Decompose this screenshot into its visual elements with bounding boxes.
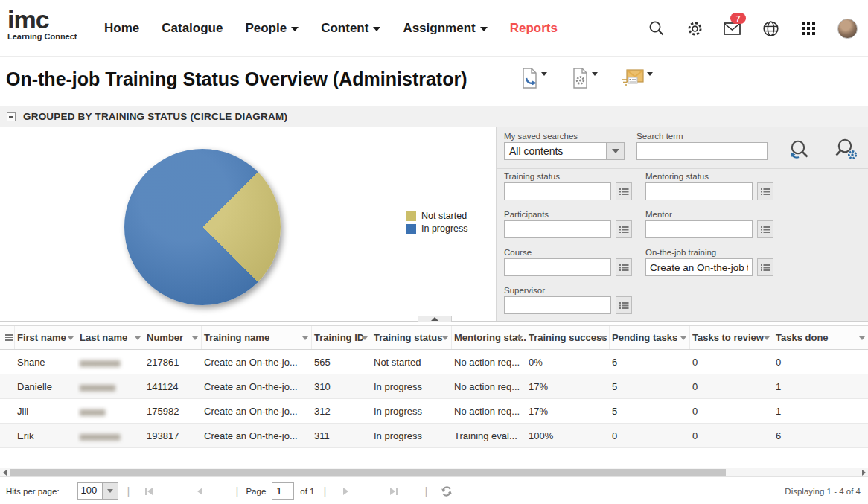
dropdown-button[interactable]: [606, 142, 625, 160]
cell-first-name: Jill: [15, 399, 77, 423]
participants-filter-input[interactable]: [504, 220, 611, 238]
scroll-left-button[interactable]: [0, 468, 9, 476]
mentor-picker-button[interactable]: [757, 220, 773, 238]
table-row[interactable]: Shane ▆▆▆▆▆▆▆▆ 217861 Create an On-the-j…: [0, 350, 868, 374]
page-of-label: of 1: [300, 487, 314, 496]
search-icon[interactable]: [648, 19, 666, 37]
supervisor-filter-input[interactable]: [504, 296, 611, 314]
training-status-pie-chart[interactable]: [124, 149, 281, 305]
mentoring-status-filter-input[interactable]: [645, 182, 753, 200]
scrollbar-thumb[interactable]: [10, 469, 726, 476]
nav-item-people[interactable]: People: [245, 21, 299, 36]
legend-swatch-not-started: [406, 211, 416, 221]
ojt-picker-button[interactable]: [757, 258, 773, 276]
table-row[interactable]: Erik ▆▆▆▆▆▆▆▆ 193817 Create an On-the-jo…: [0, 424, 868, 448]
sort-caret-icon[interactable]: [68, 336, 74, 340]
column-header-first-name[interactable]: First name: [15, 326, 77, 349]
column-header-number[interactable]: Number: [144, 326, 202, 349]
nav-item-home[interactable]: Home: [104, 21, 139, 36]
cell-mentoring-status: No action req...: [452, 350, 526, 374]
column-header-training-name[interactable]: Training name: [202, 326, 312, 349]
sort-caret-icon[interactable]: [302, 336, 308, 340]
send-report-email-icon: [621, 68, 645, 89]
cell-tasks-done: 0: [773, 350, 868, 374]
saved-searches-label: My saved searches: [504, 132, 578, 141]
nav-item-assignment[interactable]: Assignment: [403, 21, 487, 36]
chevron-down-icon: [541, 72, 547, 76]
cell-training-status: In progress: [371, 374, 452, 398]
search-settings-icon[interactable]: [833, 136, 860, 166]
dropdown-button[interactable]: [102, 482, 118, 500]
cell-training-id: 310: [312, 374, 371, 398]
chart-legend: Not started In progress: [406, 211, 468, 236]
column-header-mentoring-status[interactable]: Mentoring stat...: [452, 326, 526, 349]
column-header-pending-tasks[interactable]: Pending tasks: [610, 326, 690, 349]
ojt-filter-input[interactable]: [645, 258, 753, 276]
messages-envelope-icon[interactable]: 7: [724, 19, 741, 37]
sort-caret-icon[interactable]: [859, 336, 865, 340]
first-page-button[interactable]: [144, 485, 156, 497]
participants-picker-button[interactable]: [616, 220, 632, 238]
previous-page-button[interactable]: [194, 485, 206, 497]
imc-logo[interactable]: imc Learning Connect: [7, 7, 77, 41]
user-avatar[interactable]: [837, 19, 858, 39]
collapse-section-icon[interactable]: [7, 112, 16, 121]
sort-caret-icon[interactable]: [680, 336, 686, 340]
app-window: imc Learning Connect Home Catalogue Peop…: [0, 0, 868, 504]
training-status-filter-input[interactable]: [504, 182, 611, 200]
sort-caret-icon[interactable]: [362, 336, 368, 340]
send-report-email-button[interactable]: [621, 68, 653, 89]
table-row[interactable]: Jill ▆▆▆▆▆ 175982 Create an On-the-jo...…: [0, 399, 868, 424]
sort-caret-icon[interactable]: [517, 336, 523, 340]
search-term-input[interactable]: [636, 142, 768, 160]
section-header: GROUPED BY TRAINING STATUS (CIRCLE DIAGR…: [0, 106, 868, 127]
cell-last-name: ▆▆▆▆▆▆▆▆: [77, 424, 144, 447]
splitter-collapse-handle[interactable]: [418, 316, 452, 322]
saved-searches-dropdown[interactable]: All contents: [504, 142, 625, 160]
training-status-picker-button[interactable]: [616, 182, 632, 200]
mentor-filter-input[interactable]: [645, 220, 753, 238]
last-page-button[interactable]: [387, 485, 399, 497]
sort-caret-icon[interactable]: [600, 336, 606, 340]
supervisor-picker-button[interactable]: [616, 296, 632, 314]
scroll-right-button[interactable]: [859, 468, 868, 476]
hamburger-icon: [5, 334, 13, 341]
column-header-training-id[interactable]: Training ID: [312, 326, 371, 349]
settings-gear-icon[interactable]: [686, 19, 703, 37]
column-header-tasks-to-review[interactable]: Tasks to review: [690, 326, 773, 349]
run-search-icon[interactable]: [787, 138, 812, 166]
cell-pending-tasks: 5: [610, 399, 690, 423]
cell-number: 217861: [144, 350, 202, 374]
cell-mentoring-status: No action req...: [452, 374, 526, 398]
sort-caret-icon[interactable]: [764, 336, 770, 340]
column-header-tasks-done[interactable]: Tasks done: [773, 326, 868, 349]
page-number-input[interactable]: [272, 482, 294, 500]
report-settings-button[interactable]: [572, 68, 598, 89]
horizontal-scrollbar[interactable]: [0, 468, 868, 477]
refresh-icon[interactable]: [441, 485, 453, 497]
sort-caret-icon[interactable]: [192, 336, 198, 340]
mentoring-status-picker-button[interactable]: [757, 182, 773, 200]
cell-training-success: 17%: [526, 399, 610, 423]
table-row[interactable]: Danielle ▆▆▆▆▆▆▆ 141124 Create an On-the…: [0, 374, 868, 399]
language-globe-icon[interactable]: [762, 19, 779, 37]
cell-training-success: 100%: [526, 424, 610, 447]
sort-caret-icon[interactable]: [135, 336, 141, 340]
app-grid-icon[interactable]: [800, 19, 817, 37]
hits-per-page-dropdown[interactable]: 100: [77, 482, 118, 500]
table-menu-button[interactable]: [0, 326, 15, 349]
nav-item-reports[interactable]: Reports: [510, 21, 558, 36]
sort-caret-icon[interactable]: [442, 336, 448, 340]
nav-item-catalogue[interactable]: Catalogue: [162, 21, 223, 36]
cell-pending-tasks: 5: [610, 374, 690, 398]
course-filter-input[interactable]: [504, 258, 611, 276]
column-header-training-success[interactable]: Training success: [526, 326, 610, 349]
course-picker-button[interactable]: [616, 258, 632, 276]
export-report-button[interactable]: [521, 68, 547, 89]
column-header-training-status[interactable]: Training status: [371, 326, 452, 349]
next-page-button[interactable]: [339, 485, 351, 497]
nav-item-content[interactable]: Content: [321, 21, 380, 36]
cell-first-name: Shane: [15, 350, 77, 374]
column-header-last-name[interactable]: Last name: [77, 326, 144, 349]
chevron-down-icon: [647, 72, 653, 76]
